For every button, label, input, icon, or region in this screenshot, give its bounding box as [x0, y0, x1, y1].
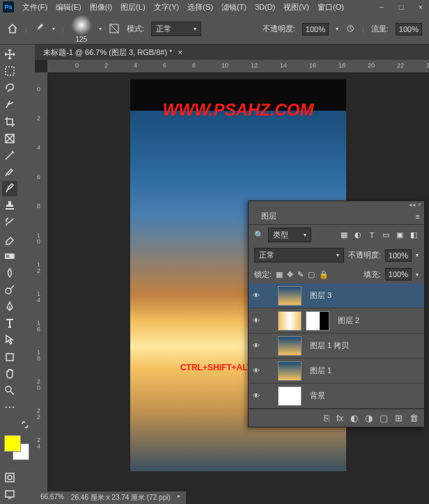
flow-input[interactable]: 100% — [396, 23, 422, 36]
lock-all-icon[interactable]: 🔒 — [319, 270, 329, 279]
menu-file[interactable]: 文件(F) — [22, 2, 47, 13]
tab-close-icon[interactable]: × — [178, 48, 182, 56]
lock-position-icon[interactable]: ✥ — [287, 270, 293, 279]
shape-tool[interactable] — [2, 349, 17, 365]
visibility-icon[interactable]: 👁 — [253, 392, 263, 400]
hand-tool[interactable] — [2, 366, 17, 381]
fill-input[interactable]: 100% — [385, 268, 412, 281]
layer-row[interactable]: 👁图层 1 拷贝 — [249, 333, 424, 359]
maximize-button[interactable]: □ — [396, 1, 407, 13]
frame-tool[interactable] — [2, 131, 17, 146]
home-icon[interactable] — [7, 23, 18, 36]
zoom-tool[interactable] — [2, 383, 17, 398]
lock-image-icon[interactable]: ✎ — [297, 270, 304, 279]
layer-thumbnail[interactable] — [278, 336, 302, 356]
layer-row[interactable]: 👁图层 3 — [249, 283, 424, 308]
menu-window[interactable]: 窗口(O) — [318, 2, 344, 13]
panel-close-icon[interactable]: × — [418, 201, 421, 208]
blend-mode-dropdown[interactable]: 正常 ▾ — [151, 22, 201, 36]
menu-image[interactable]: 图像(I) — [90, 2, 112, 13]
visibility-icon[interactable]: 👁 — [253, 292, 263, 299]
lasso-tool[interactable] — [2, 80, 17, 95]
menu-filter[interactable]: 滤镜(T) — [221, 2, 247, 13]
layer-blend-dropdown[interactable]: 正常▾ — [254, 248, 344, 262]
layer-thumbnail[interactable] — [278, 386, 302, 406]
crop-tool[interactable] — [2, 114, 17, 129]
layer-thumbnail[interactable] — [278, 286, 302, 306]
layers-tab[interactable]: 图层 — [254, 208, 283, 224]
color-swatches[interactable] — [4, 435, 32, 463]
layer-row[interactable]: 👁图层 1 — [249, 359, 424, 384]
stamp-tool[interactable] — [2, 198, 17, 213]
layer-row[interactable]: 👁图层 2 — [249, 308, 424, 333]
menu-layer[interactable]: 图层(L) — [120, 2, 145, 13]
layer-name[interactable]: 图层 1 — [310, 365, 332, 376]
menu-edit[interactable]: 编辑(E) — [56, 2, 81, 13]
filter-adjust-icon[interactable]: ◐ — [353, 230, 363, 240]
filter-pixel-icon[interactable]: ▦ — [339, 230, 349, 240]
mask-thumbnail[interactable] — [306, 311, 329, 331]
layer-name[interactable]: 图层 2 — [338, 315, 359, 326]
type-tool[interactable] — [2, 315, 17, 331]
visibility-icon[interactable]: 👁 — [253, 367, 263, 375]
filter-toggle[interactable]: ◧ — [409, 230, 419, 240]
filter-type-icon[interactable]: T — [367, 230, 377, 240]
new-layer-icon[interactable]: ⊞ — [395, 413, 403, 423]
quick-select-tool[interactable] — [2, 97, 17, 112]
close-button[interactable]: × — [415, 1, 426, 13]
history-brush-tool[interactable] — [2, 214, 17, 230]
layer-name[interactable]: 图层 3 — [310, 290, 332, 301]
screenmode-tool[interactable] — [2, 487, 17, 502]
search-icon[interactable]: 🔍 — [254, 230, 264, 239]
brush-tool-icon[interactable] — [34, 23, 45, 36]
panel-drag-handle[interactable]: ◂◂ × — [249, 201, 424, 208]
edit-toolbar[interactable]: ⋯ — [2, 400, 17, 415]
delete-layer-icon[interactable]: 🗑 — [410, 413, 419, 423]
gradient-tool[interactable] — [2, 249, 17, 264]
path-select-tool[interactable] — [2, 332, 17, 347]
lock-pixels-icon[interactable]: ▦ — [276, 270, 283, 279]
lock-artboard-icon[interactable]: ▢ — [308, 270, 315, 279]
marquee-tool[interactable] — [2, 63, 17, 79]
quickmask-tool[interactable] — [2, 470, 17, 485]
filter-shape-icon[interactable]: ▭ — [381, 230, 391, 240]
brush-tool[interactable] — [2, 181, 17, 196]
move-tool[interactable] — [2, 47, 17, 62]
panel-menu-icon[interactable]: ≡ — [416, 212, 420, 221]
layer-thumbnail[interactable] — [278, 311, 302, 331]
dodge-tool[interactable] — [2, 282, 17, 297]
collapse-icon[interactable]: ◂◂ — [409, 201, 416, 208]
filter-type-dropdown[interactable]: 类型▾ — [268, 228, 311, 242]
menu-select[interactable]: 选择(S) — [187, 2, 213, 13]
pressure-opacity-icon[interactable] — [345, 24, 355, 35]
link-layers-icon[interactable]: ⎘ — [324, 413, 329, 423]
brush-settings-icon[interactable] — [109, 23, 120, 36]
minimize-button[interactable]: − — [376, 1, 387, 13]
adjustment-icon[interactable]: ◑ — [365, 413, 373, 423]
swap-colors-icon[interactable] — [21, 420, 29, 429]
menu-3d[interactable]: 3D(D) — [255, 3, 275, 11]
visibility-icon[interactable]: 👁 — [253, 317, 263, 324]
eraser-tool[interactable] — [2, 232, 17, 247]
layer-row[interactable]: 👁背景 — [249, 384, 424, 409]
opacity-input[interactable]: 100% — [302, 23, 329, 36]
visibility-icon[interactable]: 👁 — [253, 342, 263, 349]
layer-opacity-input[interactable]: 100% — [385, 249, 412, 262]
zoom-level[interactable]: 66.67% — [40, 493, 64, 503]
filter-smart-icon[interactable]: ▣ — [395, 230, 405, 240]
group-icon[interactable]: ▢ — [380, 413, 388, 423]
document-tab[interactable]: 未标题-1 @ 66.7% (图层 3, RGB/8#) * × — [35, 45, 429, 60]
heal-tool[interactable] — [2, 164, 17, 180]
layer-name[interactable]: 图层 1 拷贝 — [310, 340, 349, 351]
menu-type[interactable]: 文字(Y) — [154, 2, 180, 13]
blur-tool[interactable] — [2, 265, 17, 281]
menu-view[interactable]: 视图(V) — [283, 2, 309, 13]
fg-color[interactable] — [4, 435, 21, 452]
pen-tool[interactable] — [2, 299, 17, 314]
eyedropper-tool[interactable] — [2, 148, 17, 163]
brush-preview[interactable] — [71, 15, 92, 36]
layer-thumbnail[interactable] — [278, 361, 302, 381]
layer-name[interactable]: 背景 — [310, 391, 325, 401]
fx-icon[interactable]: fx — [336, 413, 343, 423]
mask-icon[interactable]: ◐ — [350, 413, 358, 423]
